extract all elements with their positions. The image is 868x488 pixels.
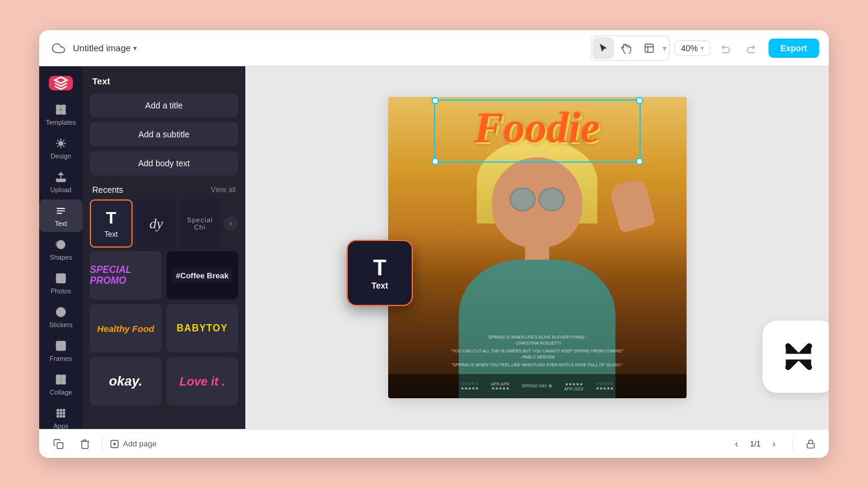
tooltip-label: Text: [371, 281, 388, 290]
style-item-coffee-break[interactable]: #Coffee Break: [166, 251, 238, 299]
add-title-button[interactable]: Add a title: [90, 93, 238, 117]
duplicate-page-button[interactable]: [49, 434, 68, 454]
shapes-icon: [54, 238, 68, 251]
svg-rect-31: [57, 442, 63, 448]
svg-point-21: [63, 409, 64, 411]
foodie-title: Foodie: [474, 104, 600, 152]
svg-point-22: [57, 412, 58, 414]
layout-tool-button[interactable]: [638, 37, 660, 59]
special-text: Special Chi: [180, 214, 220, 233]
next-page-button[interactable]: ›: [766, 436, 782, 452]
topbar: Untitled image ▾: [39, 30, 829, 66]
babytoy-text: BABYTOY: [177, 323, 228, 334]
foodie-text[interactable]: Foodie: [474, 103, 600, 153]
sidebar-item-apps[interactable]: Apps: [39, 402, 83, 429]
title-chevron-icon: ▾: [133, 44, 137, 52]
zoom-chevron: ▾: [700, 44, 704, 52]
svg-rect-10: [56, 242, 60, 246]
prev-page-button[interactable]: ‹: [728, 436, 745, 452]
svg-point-7: [59, 142, 63, 146]
quote2-attr: - PABLO NERUDA: [400, 354, 675, 361]
svg-rect-6: [61, 110, 66, 114]
zoom-selector[interactable]: 40% ▾: [675, 40, 711, 56]
collage-icon: [54, 373, 68, 386]
bottom-item-1: ☆☆☆☆☆★★★★★: [461, 381, 479, 391]
document-title: Untitled image: [73, 43, 131, 53]
hand-tool-button[interactable]: [615, 37, 637, 59]
upload-label: Upload: [51, 186, 72, 193]
text-icon-label: Text: [104, 230, 118, 239]
style-item-babytoy[interactable]: BABYTOY: [166, 304, 238, 352]
svg-point-26: [60, 415, 61, 417]
quote1: "SPRING IS WHEN LIFE'S ALIVE IN EVERYTHI…: [400, 334, 675, 341]
brand-logo[interactable]: [49, 76, 73, 90]
sidebar-item-upload[interactable]: Upload: [39, 166, 83, 198]
editor-bottom: Add page ‹ 1/1 ›: [39, 429, 829, 458]
text-icon-t: T: [106, 208, 116, 228]
svg-point-19: [57, 409, 58, 411]
style-item-okay[interactable]: okay.: [90, 357, 162, 405]
topbar-left: Untitled image ▾: [49, 39, 583, 58]
page-nav: ‹ 1/1 ›: [728, 436, 819, 452]
loveit-text: Love it .: [180, 375, 225, 389]
canvas[interactable]: Foodie "SPRING IS WHEN LIFE'S ALIVE IN E…: [388, 97, 687, 398]
svg-rect-35: [807, 443, 814, 448]
quote1-attr: - CHRISTINA ROSSETTI: [400, 340, 675, 347]
cloud-save-icon[interactable]: [49, 39, 68, 58]
add-subtitle-button[interactable]: Add a subtitle: [90, 122, 238, 146]
recent-curly-item[interactable]: dy: [136, 199, 177, 248]
collage-label: Collage: [49, 389, 72, 396]
svg-point-24: [63, 412, 64, 414]
style-item-loveit[interactable]: Love it .: [166, 357, 238, 405]
topbar-center: ▾ 40% ▾: [591, 36, 761, 61]
sidebar-item-design[interactable]: Design: [39, 132, 83, 164]
sidebar-item-collage[interactable]: Collage: [39, 368, 83, 401]
svg-point-12: [58, 276, 60, 278]
photos-icon: [54, 272, 68, 285]
recents-scroll-btn[interactable]: ›: [224, 216, 238, 231]
add-page-label: Add page: [123, 439, 157, 448]
frames-label: Frames: [49, 355, 72, 362]
svg-point-25: [57, 415, 58, 417]
zoom-level: 40%: [681, 43, 698, 53]
text-panel: Text Add a title Add a subtitle Add body…: [83, 66, 245, 429]
sidebar-item-photos[interactable]: Photos: [39, 267, 83, 299]
recents-title: Recents: [92, 185, 123, 195]
capcut-logo: [763, 321, 829, 393]
bottom-item-5: ☆☆☆☆☆★★★★★: [596, 381, 614, 391]
add-body-button[interactable]: Add body text: [90, 151, 238, 175]
recent-special-item[interactable]: Special Chi: [180, 199, 220, 248]
svg-rect-15: [58, 343, 63, 348]
undo-button[interactable]: [715, 37, 737, 59]
style-grid: Special Promo #Coffee Break Healthy Food…: [83, 251, 245, 410]
svg-rect-30: [781, 354, 816, 359]
sidebar-item-shapes[interactable]: Shapes: [39, 233, 83, 266]
text-icon: [54, 204, 68, 217]
view-all-link[interactable]: View all: [211, 186, 236, 194]
bottom-item-4: ★★★★★APR 2023: [564, 382, 583, 391]
document-title-area[interactable]: Untitled image ▾: [73, 43, 137, 53]
select-tool-button[interactable]: [593, 37, 614, 59]
main-content: Templates Design Upload: [39, 66, 829, 429]
page-counter: 1/1: [750, 439, 761, 448]
style-item-special-promo[interactable]: Special Promo: [90, 251, 162, 299]
upload-icon: [54, 170, 68, 184]
sidebar-icons: Templates Design Upload: [39, 66, 83, 429]
sidebar-item-frames[interactable]: Frames: [39, 334, 83, 367]
stickers-icon: [54, 305, 68, 319]
sidebar-item-stickers[interactable]: Stickers: [39, 301, 83, 333]
redo-button[interactable]: [740, 37, 761, 59]
delete-page-button[interactable]: [75, 434, 95, 454]
canvas-area: T Text: [245, 66, 829, 429]
style-item-healthy-food[interactable]: Healthy Food: [90, 304, 162, 352]
sidebar-item-text[interactable]: Text: [39, 199, 83, 232]
sidebar-item-templates[interactable]: Templates: [39, 98, 83, 131]
export-button[interactable]: Export: [769, 39, 819, 58]
recent-text-item[interactable]: T Text: [90, 199, 133, 248]
topbar-right: Export: [769, 39, 819, 58]
add-page-button[interactable]: Add page: [110, 439, 157, 449]
page-nav-divider: [792, 438, 793, 450]
lock-button[interactable]: [802, 436, 819, 452]
okay-text: okay.: [109, 374, 142, 389]
poster-bg: Foodie "SPRING IS WHEN LIFE'S ALIVE IN E…: [388, 97, 687, 398]
